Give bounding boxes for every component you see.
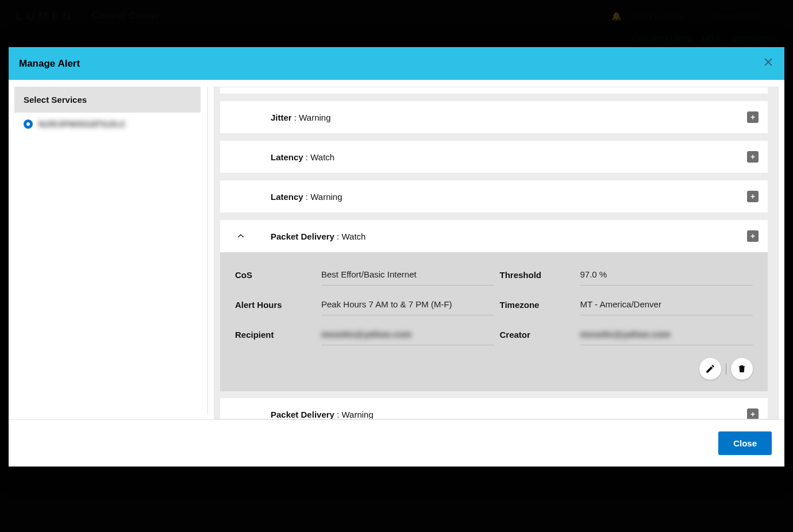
- creator-value: moseks@yahoo.com: [580, 323, 753, 345]
- alert-scroll-area[interactable]: Jitter : Watch Jitter : Warning: [214, 87, 778, 419]
- alert-details-panel: CoS Best Effort/Basic Internet Threshold…: [220, 252, 768, 391]
- alert-row-jitter-watch[interactable]: Jitter : Watch: [220, 87, 768, 94]
- expand-icon[interactable]: [747, 151, 759, 163]
- cos-label: CoS: [235, 270, 315, 280]
- alert-row-packet-delivery-warning[interactable]: Packet Delivery : Warning: [220, 398, 768, 419]
- chevron-up-icon[interactable]: [230, 232, 251, 241]
- radio-selected-icon[interactable]: [24, 119, 33, 129]
- threshold-value: 97.0 %: [580, 264, 753, 286]
- sidebar-item-service[interactable]: NJ/KXFN/0318TSJ/LC: [14, 113, 201, 136]
- recipient-label: Recipient: [235, 330, 315, 340]
- alert-row-latency-warning[interactable]: Latency : Warning: [220, 180, 768, 213]
- creator-label: Creator: [500, 330, 575, 340]
- threshold-label: Threshold: [500, 270, 575, 280]
- modal-footer: Close: [9, 419, 784, 467]
- alert-hours-value: Peak Hours 7 AM to & 7 PM (M-F): [321, 294, 494, 315]
- alert-row-latency-watch[interactable]: Latency : Watch: [220, 141, 768, 174]
- expand-icon[interactable]: [747, 408, 759, 419]
- action-separator: [726, 363, 726, 375]
- vertical-divider: [207, 87, 208, 414]
- sidebar-item-label: NJ/KXFN/0318TSJ/LC: [39, 119, 126, 129]
- sidebar-header: Select Services: [14, 87, 201, 113]
- alert-row-jitter-warning[interactable]: Jitter : Warning: [220, 101, 768, 134]
- delete-button[interactable]: [731, 358, 753, 380]
- alert-list-panel: Jitter : Watch Jitter : Warning: [214, 87, 779, 419]
- timezone-label: Timezone: [500, 300, 575, 310]
- manage-alert-modal: Manage Alert Select Services NJ/KXFN/031…: [9, 47, 784, 467]
- timezone-value: MT - America/Denver: [580, 294, 753, 315]
- modal-header: Manage Alert: [9, 47, 784, 80]
- expand-icon[interactable]: [747, 111, 759, 123]
- alert-row-label: Packet Delivery : Watch: [271, 232, 365, 241]
- alert-row-label: Packet Delivery : Warning: [271, 410, 374, 419]
- expand-icon[interactable]: [747, 230, 759, 242]
- modal-body: Select Services NJ/KXFN/0318TSJ/LC Jitte…: [9, 80, 784, 419]
- close-icon[interactable]: [763, 56, 774, 71]
- alert-hours-label: Alert Hours: [235, 300, 315, 310]
- alert-row-label: Jitter : Watch: [271, 87, 323, 88]
- cos-value: Best Effort/Basic Internet: [321, 264, 494, 286]
- alert-row-label: Latency : Warning: [271, 192, 342, 202]
- close-button[interactable]: Close: [718, 431, 772, 455]
- sidebar: Select Services NJ/KXFN/0318TSJ/LC: [14, 87, 206, 419]
- alert-row-packet-delivery-watch[interactable]: Packet Delivery : Watch: [220, 220, 768, 252]
- edit-button[interactable]: [699, 358, 721, 380]
- modal-title: Manage Alert: [19, 58, 80, 70]
- alert-row-label: Latency : Watch: [271, 152, 334, 162]
- alert-row-label: Jitter : Warning: [271, 113, 331, 122]
- expand-icon[interactable]: [747, 191, 759, 202]
- recipient-value: moseks@yahoo.com: [321, 323, 494, 345]
